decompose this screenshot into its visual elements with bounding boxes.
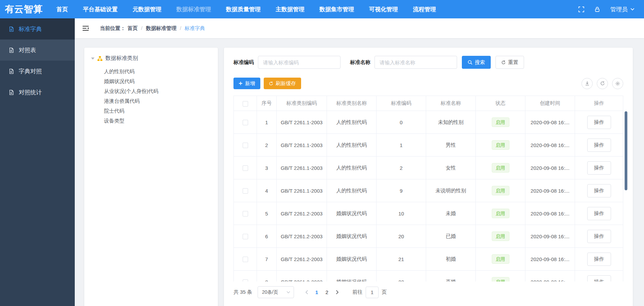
search-button[interactable]: 搜索 [462, 56, 491, 69]
standards-panel: 标准编码 标准名称 搜索 [224, 48, 633, 306]
sidebar-item[interactable]: 对照统计 [0, 82, 75, 103]
name-filter-input[interactable] [375, 56, 457, 69]
cell-category-name: 婚姻状况代码 [327, 225, 377, 248]
sidebar-item[interactable]: 标准字典 [0, 18, 75, 39]
add-button-label: 新增 [245, 80, 255, 87]
page-number[interactable]: 1 [312, 287, 322, 298]
cell-action: 操作 [575, 179, 623, 202]
row-checkbox[interactable] [243, 211, 248, 216]
cell-created: 2020-09-08 16:... [525, 111, 575, 134]
chevron-left-icon [305, 290, 308, 294]
search-button-label: 搜索 [475, 59, 485, 66]
filter-form: 标准编码 标准名称 搜索 [233, 56, 623, 69]
tree-node[interactable]: 人的性别代码 [104, 66, 214, 76]
row-action-button[interactable]: 操作 [587, 207, 611, 220]
cell-code: 0 [377, 111, 426, 134]
row-action-button[interactable]: 操作 [587, 253, 611, 266]
user-name: 管理员 [610, 5, 628, 13]
table-row: 3 GB/T 2261.1-2003 人的性别代码 2 女性 启用 2020-0… [234, 157, 623, 179]
cell-checkbox [234, 202, 257, 225]
sidebar-item-label: 字典对照 [19, 67, 42, 75]
row-action-button[interactable]: 操作 [587, 230, 611, 243]
lock-icon[interactable] [594, 6, 600, 12]
row-checkbox[interactable] [243, 188, 248, 194]
tree-node[interactable]: 婚姻状况代码 [104, 76, 214, 86]
status-badge: 启用 [492, 140, 509, 150]
row-checkbox[interactable] [243, 165, 248, 171]
content-area: 数据标准类别 人的性别代码 婚姻状况代码 从业状况(个人身份)代码 港澳台侨属代… [75, 38, 644, 306]
refresh-cache-label: 刷新缓存 [276, 80, 296, 87]
row-checkbox[interactable] [243, 234, 248, 239]
cell-name: 未说明的性别 [426, 179, 476, 202]
row-checkbox[interactable] [243, 143, 248, 148]
cell-action: 操作 [575, 271, 623, 282]
page-number[interactable]: 2 [322, 287, 332, 298]
user-menu[interactable]: 管理员 [610, 5, 634, 13]
nav-item[interactable]: 平台基础设置 [83, 5, 118, 13]
header-cell-code: 标准编码 [377, 96, 426, 111]
row-action-button[interactable]: 操作 [587, 275, 611, 282]
export-button[interactable] [581, 78, 593, 89]
tree-node[interactable]: 设备类型 [104, 116, 214, 126]
row-action-button[interactable]: 操作 [587, 161, 611, 175]
status-badge: 启用 [492, 254, 509, 264]
add-button[interactable]: 新增 [233, 78, 260, 89]
cell-code: 1 [377, 134, 426, 157]
tree-node[interactable]: 院士代码 [104, 106, 214, 116]
chevron-down-icon [286, 291, 290, 293]
column-settings-button[interactable] [612, 78, 623, 89]
tree-node[interactable]: 港澳台侨属代码 [104, 96, 214, 106]
prev-page-button[interactable] [301, 287, 312, 298]
nav-item[interactable]: 流程管理 [413, 5, 436, 13]
collapse-menu-icon[interactable] [82, 26, 89, 31]
cell-checkbox [234, 157, 257, 179]
sidebar-item[interactable]: 对照表 [0, 39, 75, 61]
reset-button-label: 重置 [508, 59, 518, 66]
table-row: 1 GB/T 2261.1-2003 人的性别代码 0 未知的性别 启用 202… [234, 111, 623, 134]
cell-status: 启用 [476, 157, 525, 179]
code-filter-input[interactable] [258, 56, 341, 69]
breadcrumb-item[interactable]: 数据标准管理 [138, 25, 176, 32]
nav-item[interactable]: 主数据管理 [276, 5, 304, 13]
cell-name: 女性 [426, 157, 476, 179]
nav-item[interactable]: 数据集市管理 [319, 5, 354, 13]
nav-item[interactable]: 可视化管理 [369, 5, 398, 13]
select-all-checkbox[interactable] [243, 101, 248, 107]
nav-item[interactable]: 首页 [56, 5, 68, 13]
goto-page-input[interactable] [366, 287, 379, 298]
row-action-button[interactable]: 操作 [587, 139, 611, 152]
pagination: 共 35 条 20条/页 [233, 286, 623, 298]
refresh-cache-button[interactable]: 刷新缓存 [264, 78, 301, 89]
nav-item[interactable]: 数据质量管理 [226, 5, 261, 13]
tree-node[interactable]: 从业状况(个人身份)代码 [104, 86, 214, 96]
cell-action: 操作 [575, 157, 623, 179]
caret-down-icon [91, 58, 94, 60]
cell-category-name: 婚姻状况代码 [327, 202, 377, 225]
page-size-select[interactable]: 20条/页 [258, 286, 294, 298]
row-checkbox[interactable] [243, 120, 248, 125]
table-scrollbar-thumb[interactable] [625, 111, 627, 190]
reset-icon [501, 60, 506, 65]
cell-status: 启用 [476, 271, 525, 282]
tree-root-node[interactable]: 数据标准类别 [88, 53, 214, 64]
nav-item[interactable]: 数据标准管理 [176, 5, 211, 13]
row-checkbox[interactable] [243, 257, 248, 262]
sidebar-item[interactable]: 字典对照 [0, 61, 75, 82]
reset-button[interactable]: 重置 [495, 56, 524, 69]
row-action-button[interactable]: 操作 [587, 116, 611, 129]
cell-action: 操作 [575, 111, 623, 134]
row-action-button[interactable]: 操作 [587, 184, 611, 197]
cell-seq: 3 [257, 157, 277, 179]
app-logo: 有云智算 [5, 3, 43, 15]
row-checkbox[interactable] [243, 279, 248, 281]
header-cell-category-name: 标准类别名称 [327, 96, 377, 111]
cell-code: 21 [377, 248, 426, 271]
goto-label-suffix: 页 [382, 289, 387, 295]
breadcrumb-item[interactable]: 首页 [127, 25, 138, 32]
fullscreen-icon[interactable] [578, 6, 584, 12]
refresh-table-button[interactable] [597, 78, 608, 89]
code-filter-label: 标准编码 [233, 59, 254, 66]
next-page-button[interactable] [332, 287, 342, 298]
breadcrumb-item[interactable]: 标准字典 [176, 25, 205, 32]
nav-item[interactable]: 元数据管理 [133, 5, 161, 13]
